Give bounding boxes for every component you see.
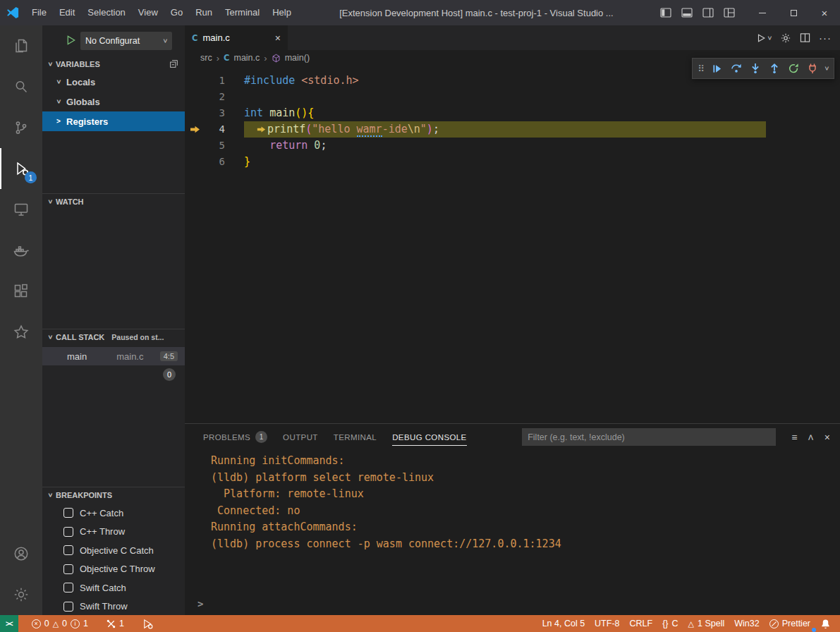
variables-item-registers[interactable]: >Registers (42, 111, 185, 131)
toggle-sidebar-icon[interactable] (655, 2, 676, 23)
activity-extensions[interactable] (0, 271, 42, 312)
run-file-button[interactable]: > (756, 33, 772, 43)
call-stack-frame[interactable]: main main.c 4:5 (42, 347, 185, 365)
platform-status[interactable]: Win32 (729, 615, 764, 632)
breakpoint-item[interactable]: C++ Throw (42, 523, 185, 542)
formatter-status[interactable]: Prettier (765, 615, 815, 632)
activity-explorer[interactable] (0, 25, 42, 66)
menu-terminal[interactable]: Terminal (219, 0, 266, 25)
code-line[interactable]: 6} (185, 154, 840, 170)
inline-breakpoint-icon[interactable] (257, 123, 267, 135)
drag-handle[interactable]: ⠿ (695, 59, 707, 78)
settings-gear-icon[interactable] (780, 32, 791, 44)
close-panel-icon[interactable]: × (824, 432, 830, 443)
breakpoint-checkbox[interactable] (63, 602, 73, 612)
tools-count-status[interactable]: 1 (102, 615, 129, 632)
breadcrumb-item[interactable]: main() (285, 53, 310, 63)
activity-favorites[interactable] (0, 312, 42, 353)
continue-button[interactable] (707, 59, 726, 78)
minimize-button[interactable] (747, 0, 778, 25)
panel-tab-problems[interactable]: PROBLEMS1 (203, 424, 267, 450)
activity-docker[interactable] (0, 230, 42, 271)
breadcrumb-item[interactable]: main.c (233, 53, 260, 63)
remote-indicator[interactable]: >< (0, 615, 18, 632)
menu-view[interactable]: View (132, 0, 164, 25)
console-prompt-icon[interactable]: > (197, 598, 203, 609)
spell-checker-status[interactable]: △1 Spell (683, 615, 730, 632)
panel-tab-output[interactable]: OUTPUT (283, 424, 318, 450)
debug-configuration-dropdown[interactable]: No Configurat > (80, 32, 172, 50)
step-out-button[interactable] (765, 59, 784, 78)
debug-console-output[interactable]: Running initCommands:(lldb) platform sel… (185, 450, 840, 594)
breadcrumb-item[interactable]: src (200, 53, 212, 63)
toggle-secondary-sidebar-icon[interactable] (698, 2, 719, 23)
current-line-pointer-icon[interactable] (185, 121, 205, 138)
split-editor-icon[interactable] (800, 32, 810, 43)
code-line[interactable]: 5 return 0; (185, 138, 840, 154)
watch-section-header[interactable]: > WATCH (42, 193, 185, 209)
activity-source-control[interactable] (0, 107, 42, 148)
cursor-position-status[interactable]: Ln 4, Col 5 (537, 615, 590, 632)
customize-layout-icon[interactable] (719, 2, 740, 23)
start-debugging-icon[interactable] (66, 35, 76, 48)
breakpoint-item[interactable]: Swift Catch (42, 578, 185, 597)
menu-edit[interactable]: Edit (53, 0, 81, 25)
restart-button[interactable] (784, 59, 803, 78)
more-actions-icon[interactable]: ··· (819, 32, 832, 44)
window-title: [Extension Development Host] main.c - te… (298, 8, 655, 18)
info-count: 1 (83, 619, 88, 628)
maximize-button[interactable] (778, 0, 809, 25)
close-button[interactable]: × (809, 0, 840, 25)
activity-accounts[interactable] (0, 533, 42, 574)
close-tab-icon[interactable]: × (275, 32, 281, 44)
console-output-line: (lldb) process connect -p wasm connect:/… (211, 536, 840, 553)
eol-status[interactable]: CRLF (625, 615, 658, 632)
breakpoint-item[interactable]: Swift Throw (42, 597, 185, 616)
menu-run[interactable]: Run (189, 0, 219, 25)
breakpoint-checkbox[interactable] (63, 564, 73, 574)
debug-toolbar-dropdown[interactable]: > (822, 59, 832, 78)
activity-run-debug[interactable]: 1 (0, 148, 42, 189)
breakpoint-checkbox[interactable] (63, 527, 73, 537)
debug-session-status[interactable] (138, 615, 158, 632)
code-line[interactable]: 4 printf("hello wamr-ide\n"); (185, 121, 840, 138)
step-over-button[interactable] (726, 59, 745, 78)
encoding-status[interactable]: UTF-8 (590, 615, 624, 632)
breakpoints-section-header[interactable]: > BREAKPOINTS (42, 487, 185, 502)
panel-tab-debug-console[interactable]: DEBUG CONSOLE (392, 424, 467, 450)
activity-remote-explorer[interactable] (0, 189, 42, 230)
menu-go[interactable]: Go (164, 0, 189, 25)
notifications-status[interactable] (815, 615, 836, 632)
collapse-all-icon[interactable] (169, 59, 178, 70)
activity-search[interactable] (0, 66, 42, 107)
code-line[interactable]: 3int main(){ (185, 105, 840, 121)
step-into-button[interactable] (745, 59, 765, 78)
breakpoint-checkbox[interactable] (63, 508, 73, 518)
toggle-panel-icon[interactable] (676, 2, 698, 23)
breakpoint-item[interactable]: Objective C Catch (42, 541, 185, 560)
variables-section-header[interactable]: > VARIABLES (42, 56, 185, 72)
call-stack-section-header[interactable]: > CALL STACK Paused on st... (42, 329, 185, 344)
breakpoint-item[interactable]: C++ Catch (42, 504, 185, 523)
variables-item-locals[interactable]: >Locals (42, 72, 185, 92)
breakpoint-checkbox[interactable] (63, 583, 73, 592)
continue-icon (712, 63, 722, 74)
code-editor[interactable]: 1#include <stdio.h>23int main(){4 printf… (185, 66, 840, 423)
console-filter-input[interactable] (522, 428, 776, 446)
menu-help[interactable]: Help (266, 0, 298, 25)
code-line[interactable]: 2 (185, 89, 840, 105)
disconnect-button[interactable] (803, 59, 822, 78)
breakpoint-checkbox[interactable] (63, 545, 73, 555)
language-mode-status[interactable]: {}C (657, 615, 683, 632)
variables-item-globals[interactable]: >Globals (42, 92, 185, 111)
line-number: 5 (205, 138, 244, 154)
activity-settings[interactable] (0, 574, 42, 615)
tab-main-c[interactable]: C main.c × (185, 25, 288, 50)
menu-lines-icon[interactable]: ≡ (791, 432, 797, 443)
menu-file[interactable]: File (25, 0, 53, 25)
problems-status[interactable]: ×0 △0 i1 (27, 615, 93, 632)
maximize-panel-icon[interactable]: > (806, 434, 816, 439)
breakpoint-item[interactable]: Objective C Throw (42, 560, 185, 579)
panel-tab-terminal[interactable]: TERMINAL (334, 424, 377, 450)
menu-selection[interactable]: Selection (81, 0, 131, 25)
